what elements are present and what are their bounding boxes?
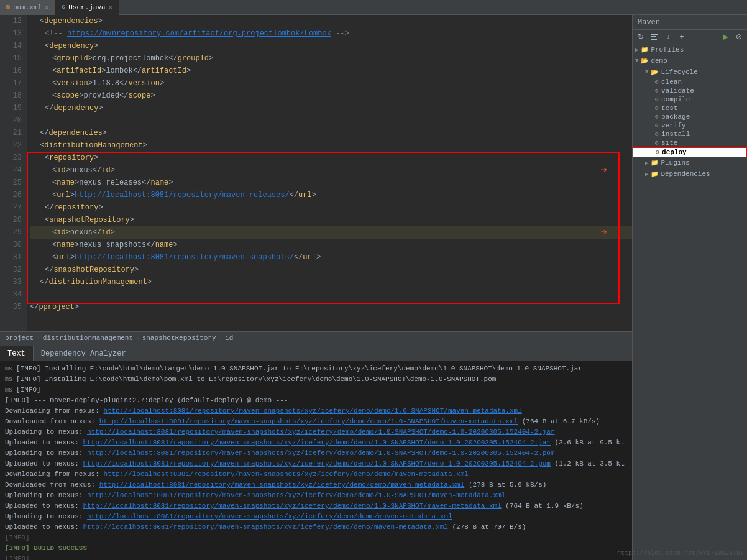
console-link-9[interactable]: http://localhost:8081/repository/maven-s… [87, 449, 555, 457]
tab-user[interactable]: c User.java ✕ [55, 0, 119, 15]
maven-clean-item[interactable]: ⚙ clean [633, 78, 747, 86]
tab-dependency-analyzer[interactable]: Dependency Analyzer [34, 346, 134, 361]
maven-lifecycle-item[interactable]: ▼ 📂 Lifecycle [633, 67, 747, 78]
console-area[interactable]: ms [INFO] Installing E:\code\html\demo\t… [0, 361, 632, 560]
package-label: package [661, 113, 690, 121]
line-numbers: 12 13 14 15 16 17 18 19 20 21 22 23 24 2… [5, 15, 27, 331]
tab-text-label: Text [7, 349, 25, 358]
maven-install-item[interactable]: ⚙ install [633, 130, 747, 139]
console-line-15: Uploading to nexus: http://localhost:808… [5, 512, 627, 522]
maven-skip-btn[interactable]: ⊘ [733, 31, 745, 42]
maven-site-item[interactable]: ⚙ site [633, 139, 747, 147]
code-line-34 [30, 288, 632, 301]
console-line-16: Uploaded to nexus: http://localhost:8081… [5, 522, 627, 533]
maven-tree: ▶ 📁 Profiles ▼ 📂 demo ▼ 📂 Lifecycle ⚙ cl… [633, 44, 747, 560]
maven-download-btn[interactable]: ↓ [662, 31, 674, 42]
deploy-label: deploy [662, 149, 687, 156]
code-line-29: <id>nexus</id> ➔ [30, 226, 632, 239]
console-line-sep1: [INFO] ---------------------------------… [5, 533, 627, 543]
maven-plugins-item[interactable]: ▶ 📁 Plugins [633, 157, 747, 168]
svg-rect-2 [651, 39, 657, 40]
console-link-15[interactable]: http://localhost:8081/repository/maven-s… [87, 513, 452, 520]
console-link-7[interactable]: http://localhost:8081/repository/maven-s… [87, 428, 555, 436]
maven-dependencies-item[interactable]: ▶ 📁 Dependencies [633, 168, 747, 180]
code-line-25: <name>nexus releases</name> [30, 177, 632, 189]
plugins-chevron: ▶ [645, 160, 648, 167]
console-link-16[interactable]: http://localhost:8081/repository/maven-s… [83, 523, 448, 531]
clean-gear-icon: ⚙ [655, 78, 659, 86]
console-link-5[interactable]: http://localhost:8081/repository/maven-s… [103, 407, 521, 415]
plugins-label: Plugins [661, 159, 689, 167]
console-link-6[interactable]: http://localhost:8081/repository/maven-s… [99, 418, 518, 425]
maven-header: Maven [633, 15, 747, 30]
console-link-12[interactable]: http://localhost:8081/repository/maven-s… [99, 481, 465, 489]
code-line-23: <repository> [30, 152, 632, 164]
maven-refresh-btn[interactable]: ↻ [635, 31, 646, 42]
code-line-26: <url>http://localhost:8081/repository/ma… [30, 189, 632, 201]
maven-profiles-btn[interactable] [649, 31, 660, 42]
tab-pom-close[interactable]: ✕ [45, 4, 48, 11]
dependencies-folder-icon: 📁 [649, 169, 659, 179]
maven-compile-item[interactable]: ⚙ compile [633, 95, 747, 104]
console-link-10[interactable]: http://localhost:8081/repository/maven-s… [83, 460, 551, 467]
maven-run-btn[interactable]: ▶ [720, 31, 731, 42]
console-line-10: Uploaded to nexus: http://localhost:8081… [5, 459, 627, 469]
plugins-folder-icon: 📁 [649, 158, 659, 168]
maven-validate-item[interactable]: ⚙ validate [633, 86, 747, 95]
maven-demo-item[interactable]: ▼ 📂 demo [633, 55, 747, 67]
clean-label: clean [661, 78, 682, 86]
svg-rect-0 [651, 34, 658, 35]
console-link-8[interactable]: http://localhost:8081/repository/maven-s… [83, 439, 551, 446]
test-label: test [661, 104, 677, 112]
code-line-30: <name>nexus snapshots</name> [30, 239, 632, 251]
console-line-1: ms [INFO] Installing E:\code\html\demo\t… [5, 364, 627, 374]
breadcrumb-sep-2: › [135, 334, 140, 342]
install-label: install [661, 131, 690, 138]
tab-user-close[interactable]: ✕ [109, 4, 112, 11]
console-link-13[interactable]: http://localhost:8081/repository/maven-s… [87, 492, 505, 499]
maven-title: Maven [638, 18, 660, 27]
console-link-14[interactable]: http://localhost:8081/repository/maven-s… [83, 502, 501, 510]
lifecycle-folder-icon: 📂 [649, 67, 659, 77]
maven-profiles-item[interactable]: ▶ 📁 Profiles [633, 44, 747, 55]
ms-badge-2: ms [5, 376, 16, 383]
breadcrumb-snapshot: snapshotRepository [142, 334, 216, 342]
code-line-17: <version>1.18.8</version> [30, 77, 632, 90]
code-line-31: <url>http://localhost:8081/repository/ma… [30, 251, 632, 264]
console-line-14: Uploaded to nexus: http://localhost:8081… [5, 501, 627, 512]
maven-add-btn[interactable]: + [676, 31, 687, 42]
compile-gear-icon: ⚙ [655, 96, 659, 103]
code-line-20 [30, 114, 632, 127]
bottom-tabs: Text Dependency Analyzer [0, 344, 632, 361]
console-link-11[interactable]: http://localhost:8081/repository/maven-s… [103, 470, 469, 478]
arrow-24: ➔ [600, 164, 607, 177]
dependencies-label: Dependencies [661, 170, 710, 178]
breadcrumb-sep-1: › [36, 334, 40, 342]
maven-test-item[interactable]: ⚙ test [633, 104, 747, 112]
tab-pom[interactable]: m pom.xml ✕ [0, 0, 55, 15]
ms-badge-1: ms [5, 365, 16, 372]
tab-text[interactable]: Text [0, 346, 34, 361]
console-line-7: Uploading to nexus: http://localhost:808… [5, 427, 627, 438]
maven-verify-item[interactable]: ⚙ verify [633, 121, 747, 130]
lifecycle-chevron: ▼ [645, 69, 648, 75]
site-gear-icon: ⚙ [655, 139, 659, 147]
ms-badge-3: ms [5, 387, 16, 393]
lifecycle-label: Lifecycle [661, 68, 697, 76]
test-gear-icon: ⚙ [655, 104, 659, 112]
code-line-24: <id>nexus</id> ➔ [30, 164, 632, 177]
demo-label: demo [651, 57, 667, 65]
code-line-18: <scope>provided</scope> [30, 90, 632, 102]
watermark: https://blog.csdn.net/XY1790026787 [617, 550, 744, 557]
maven-package-item[interactable]: ⚙ package [633, 112, 747, 121]
code-content[interactable]: <dependencies> <!-- https://mvnrepositor… [27, 15, 632, 331]
maven-toolbar: ↻ ↓ + ▶ ⊘ [633, 30, 747, 44]
maven-deploy-item[interactable]: ⚙ deploy [633, 147, 747, 157]
console-line-8: Uploaded to nexus: http://localhost:8081… [5, 438, 627, 448]
tab-pom-label: pom.xml [13, 4, 42, 11]
dependencies-chevron: ▶ [645, 171, 648, 178]
verify-label: verify [661, 122, 686, 129]
console-line-12: Downloaded from nexus: http://localhost:… [5, 480, 627, 490]
main-area: 12 13 14 15 16 17 18 19 20 21 22 23 24 2… [0, 15, 747, 560]
code-line-22: <distributionManagement> [30, 139, 632, 152]
